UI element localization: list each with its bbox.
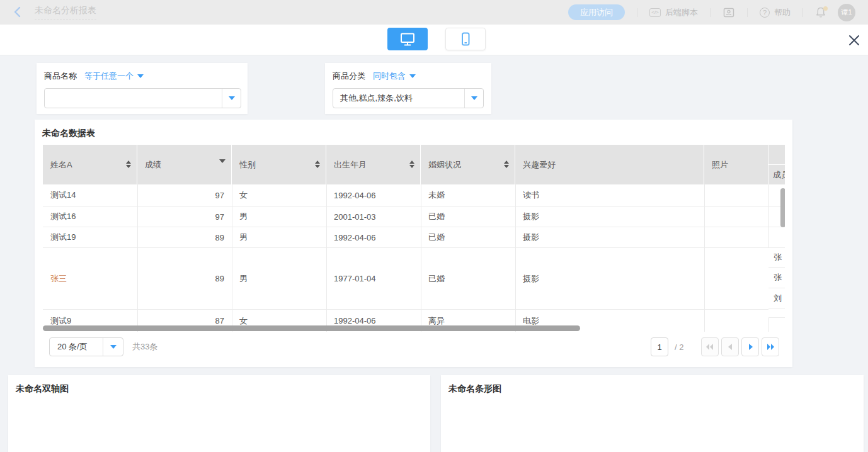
cell-birth: 1992-04-06 <box>334 191 376 200</box>
sort-desc-icon[interactable] <box>219 163 226 172</box>
cell-marital: 已婚 <box>428 211 445 222</box>
column-header-member-partial[interactable]: 成员 <box>768 165 785 184</box>
help-button[interactable]: ? 帮助 <box>760 7 791 18</box>
preview-toolbar <box>0 25 868 55</box>
column-header-hobby[interactable]: 兴趣爱好 <box>515 145 704 184</box>
dropdown-toggle[interactable] <box>222 89 241 108</box>
monitor-icon <box>400 32 415 46</box>
mobile-view-button[interactable] <box>445 28 486 50</box>
cell-photo <box>704 227 768 247</box>
sort-icon[interactable] <box>504 161 509 168</box>
cell-birth: 2001-01-03 <box>334 212 376 222</box>
desktop-view-button[interactable] <box>387 28 428 50</box>
horizontal-scrollbar[interactable] <box>43 325 580 331</box>
table-row: 测试19 89 男 1992-04-06 已婚 摄影 <box>43 227 785 248</box>
cell-photo <box>704 206 768 227</box>
first-page-button[interactable] <box>701 337 719 356</box>
page-total: / 2 <box>675 337 683 356</box>
separator <box>747 8 748 17</box>
cell-score: 89 <box>215 274 224 283</box>
topbar: 未命名分析报表 应用访问 </> 后端脚本 ? 帮助 <box>0 0 868 25</box>
prev-page-button[interactable] <box>721 337 739 356</box>
chart-title: 未命名条形图 <box>448 383 501 395</box>
filter-value-select[interactable] <box>44 88 241 108</box>
cell-score: 87 <box>215 316 224 325</box>
backend-script-button[interactable]: </> 后端脚本 <box>649 7 698 18</box>
filter-widget-product-category: 商品分类 同时包含 其他,糕点,辣条,饮料 <box>325 63 491 114</box>
page-size-select[interactable]: 20 条/页 <box>49 337 123 356</box>
cell-hobby: 读书 <box>523 189 539 201</box>
column-label: 出生年月 <box>334 159 367 171</box>
chevron-left-icon <box>728 344 733 350</box>
chevron-down-icon <box>137 74 144 78</box>
double-chevron-left-icon <box>706 344 714 350</box>
table-row: 测试14 97 女 1992-04-06 未婚 读书 <box>43 184 785 206</box>
page-size-value: 20 条/页 <box>50 338 103 356</box>
dual-axis-chart-widget: 未命名双轴图 <box>8 375 430 452</box>
cell-photo <box>704 248 768 309</box>
notification-dot <box>823 6 828 11</box>
column-header-name[interactable]: 姓名A <box>43 145 137 184</box>
table-widget: 未命名数据表 姓名A 成绩 性别 出生年月 <box>35 120 792 367</box>
vertical-scrollbar[interactable] <box>780 188 785 227</box>
filter-label: 商品名称 <box>44 71 77 82</box>
cell-marital: 已婚 <box>428 232 445 243</box>
chevron-down-icon <box>110 345 117 349</box>
column-label: 性别 <box>239 159 256 171</box>
sort-icon[interactable] <box>315 161 320 168</box>
avatar[interactable]: 谭1 <box>838 4 855 21</box>
code-icon: </> <box>649 8 661 17</box>
cell-hobby: 摄影 <box>523 232 539 243</box>
filter-value <box>45 89 222 108</box>
column-header-marital[interactable]: 婚姻状况 <box>421 145 515 184</box>
filter-head: 商品名称 等于任意一个 <box>44 71 144 82</box>
cell-marital: 离异 <box>428 315 445 327</box>
sort-icon[interactable] <box>409 161 414 168</box>
column-header-score[interactable]: 成绩 <box>137 145 232 184</box>
cell-score: 97 <box>215 212 224 222</box>
column-label: 成绩 <box>145 159 161 171</box>
column-header-gender[interactable]: 性别 <box>232 145 326 184</box>
last-page-button[interactable] <box>762 337 779 356</box>
report-canvas: 商品名称 等于任意一个 商品分类 同时包含 其他,糕点,辣条 <box>0 55 868 452</box>
filter-value-select[interactable]: 其他,糕点,辣条,饮料 <box>333 88 484 108</box>
separator <box>710 8 711 17</box>
filter-widget-product-name: 商品名称 等于任意一个 <box>37 63 248 114</box>
cell-gender: 男 <box>239 232 248 243</box>
app-access-button[interactable]: 应用访问 <box>568 4 625 20</box>
cell-name-link[interactable]: 张三 <box>50 273 67 285</box>
column-header-photo[interactable]: 照片 <box>704 145 768 184</box>
cell-hobby: 电影 <box>523 315 539 327</box>
report-title[interactable]: 未命名分析报表 <box>35 5 96 20</box>
filter-head: 商品分类 同时包含 <box>333 71 416 82</box>
cell-photo <box>704 184 768 206</box>
column-header-birth[interactable]: 出生年月 <box>326 145 421 184</box>
next-page-button[interactable] <box>741 337 759 356</box>
dropdown-toggle[interactable] <box>103 338 123 356</box>
cell-score: 97 <box>215 191 224 200</box>
cell-name: 测试16 <box>50 211 76 222</box>
sort-icon[interactable] <box>126 161 131 168</box>
column-label: 姓名A <box>50 159 72 171</box>
cell-gender: 女 <box>239 315 248 327</box>
member-subcell <box>768 308 785 318</box>
column-label: 照片 <box>712 159 728 171</box>
dropdown-toggle[interactable] <box>464 89 483 108</box>
page-number-input[interactable]: 1 <box>651 337 668 356</box>
id-card-button[interactable] <box>722 6 735 19</box>
separator <box>802 8 803 17</box>
cell-name: 测试14 <box>50 189 76 201</box>
separator <box>637 8 637 17</box>
operator-label: 同时包含 <box>373 71 406 82</box>
id-card-icon <box>722 6 735 19</box>
close-button[interactable] <box>848 34 860 47</box>
filter-label: 商品分类 <box>333 71 365 82</box>
cell-gender: 男 <box>239 273 248 285</box>
chevron-down-icon <box>229 96 235 100</box>
operator-dropdown[interactable]: 同时包含 <box>373 71 416 82</box>
table-title: 未命名数据表 <box>42 128 95 139</box>
operator-dropdown[interactable]: 等于任意一个 <box>84 71 144 82</box>
back-button[interactable] <box>13 6 23 18</box>
notification-button[interactable] <box>815 6 828 19</box>
column-label: 兴趣爱好 <box>523 159 556 171</box>
